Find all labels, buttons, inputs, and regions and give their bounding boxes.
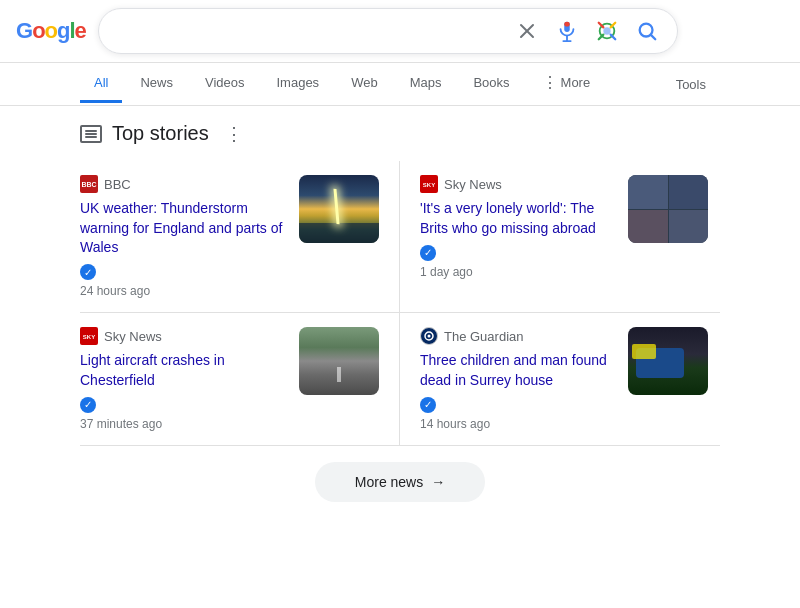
section-title: Top stories: [112, 122, 209, 145]
tab-web[interactable]: Web: [337, 65, 392, 103]
svg-text:SKY: SKY: [83, 334, 95, 340]
news-headline-2[interactable]: 'It's a very lonely world': The Brits wh…: [420, 199, 616, 238]
checkmark-icon-3: ✓: [80, 397, 96, 413]
guardian-favicon: [420, 327, 438, 345]
news-verified-4: ✓: [420, 397, 436, 413]
collage-cell-4: [669, 210, 709, 244]
news-headline-4[interactable]: Three children and man found dead in Sur…: [420, 351, 616, 390]
news-source-2: SKY Sky News: [420, 175, 616, 193]
tab-videos[interactable]: Videos: [191, 65, 259, 103]
search-input[interactable]: uk news: [115, 22, 513, 40]
mic-icon: [556, 20, 578, 42]
news-time-3: 37 minutes ago: [80, 417, 287, 431]
more-news-label: More news: [355, 474, 423, 490]
more-news-arrow-icon: →: [431, 474, 445, 490]
news-card-1: BBC BBC UK weather: Thunderstorm warning…: [80, 161, 400, 313]
news-verified-1: ✓: [80, 264, 96, 280]
news-grid: BBC BBC UK weather: Thunderstorm warning…: [80, 161, 720, 446]
bbc-favicon: BBC: [80, 175, 98, 193]
collage-thumbnail: [628, 175, 708, 243]
skynews-favicon-3: SKY: [80, 327, 98, 345]
news-content-2: SKY Sky News 'It's a very lonely world':…: [420, 175, 616, 279]
police-thumbnail: [628, 327, 708, 395]
tab-maps[interactable]: Maps: [396, 65, 456, 103]
collage-cell-3: [628, 210, 668, 244]
news-thumbnail-2[interactable]: [628, 175, 708, 243]
news-card-3: SKY Sky News Light aircraft crashes in C…: [80, 313, 400, 446]
news-card-2: SKY Sky News 'It's a very lonely world':…: [400, 161, 720, 313]
news-time-2: 1 day ago: [420, 265, 616, 279]
news-source-3: SKY Sky News: [80, 327, 287, 345]
news-content-4: The Guardian Three children and man foun…: [420, 327, 616, 431]
voice-search-button[interactable]: [553, 17, 581, 45]
section-header: Top stories ⋮: [80, 122, 720, 145]
news-verified-3: ✓: [80, 397, 96, 413]
skynews-favicon-2: SKY: [420, 175, 438, 193]
news-headline-3[interactable]: Light aircraft crashes in Chesterfield: [80, 351, 287, 390]
more-dots-icon: ⋮: [542, 73, 558, 92]
tab-tools[interactable]: Tools: [662, 67, 720, 102]
source-name-4: The Guardian: [444, 329, 524, 344]
tab-news[interactable]: News: [126, 65, 187, 103]
svg-line-7: [651, 35, 655, 39]
main-content: Top stories ⋮ BBC BBC UK weather: Thunde…: [0, 106, 800, 526]
news-source-4: The Guardian: [420, 327, 616, 345]
news-source-1: BBC BBC: [80, 175, 287, 193]
tab-all[interactable]: All: [80, 65, 122, 103]
nav-tabs: All News Videos Images Web Maps Books ⋮ …: [0, 63, 800, 106]
top-bar: Google uk news: [0, 0, 800, 63]
icon-line: [85, 133, 97, 135]
clear-button[interactable]: [513, 17, 541, 45]
tab-images[interactable]: Images: [262, 65, 333, 103]
svg-point-5: [603, 27, 610, 34]
road-thumbnail: [299, 327, 379, 395]
svg-rect-3: [564, 22, 570, 27]
tab-more[interactable]: ⋮ More: [528, 63, 605, 105]
search-icon: [636, 20, 658, 42]
news-verified-2: ✓: [420, 245, 436, 261]
news-card-4: The Guardian Three children and man foun…: [400, 313, 720, 446]
source-name-2: Sky News: [444, 177, 502, 192]
news-headline-1[interactable]: UK weather: Thunderstorm warning for Eng…: [80, 199, 287, 258]
more-news-button[interactable]: More news →: [315, 462, 485, 502]
checkmark-icon-4: ✓: [420, 397, 436, 413]
storm-thumbnail: [299, 175, 379, 243]
collage-cell-2: [669, 175, 709, 209]
news-time-4: 14 hours ago: [420, 417, 616, 431]
source-name-3: Sky News: [104, 329, 162, 344]
news-thumbnail-3[interactable]: [299, 327, 379, 395]
lens-icon: [596, 20, 618, 42]
section-menu-button[interactable]: ⋮: [225, 123, 243, 145]
icon-line: [85, 130, 97, 132]
checkmark-icon-2: ✓: [420, 245, 436, 261]
svg-text:SKY: SKY: [423, 182, 435, 188]
source-name-1: BBC: [104, 177, 131, 192]
svg-point-14: [428, 335, 431, 338]
news-time-1: 24 hours ago: [80, 284, 287, 298]
collage-cell-1: [628, 175, 668, 209]
skynews-logo-icon: SKY: [422, 177, 436, 191]
news-content-3: SKY Sky News Light aircraft crashes in C…: [80, 327, 287, 431]
skynews-logo-icon-2: SKY: [82, 329, 96, 343]
search-icon-group: [513, 17, 661, 45]
tab-books[interactable]: Books: [459, 65, 523, 103]
news-content-1: BBC BBC UK weather: Thunderstorm warning…: [80, 175, 287, 298]
lens-button[interactable]: [593, 17, 621, 45]
close-icon: [517, 21, 537, 41]
news-thumbnail-1[interactable]: [299, 175, 379, 243]
search-bar: uk news: [98, 8, 678, 54]
checkmark-icon-1: ✓: [80, 264, 96, 280]
google-logo: Google: [16, 18, 86, 44]
icon-line: [85, 136, 97, 138]
guardian-logo-icon: [422, 329, 436, 343]
more-news-container: More news →: [80, 446, 720, 510]
search-button[interactable]: [633, 17, 661, 45]
section-list-icon: [80, 125, 102, 143]
news-thumbnail-4[interactable]: [628, 327, 708, 395]
